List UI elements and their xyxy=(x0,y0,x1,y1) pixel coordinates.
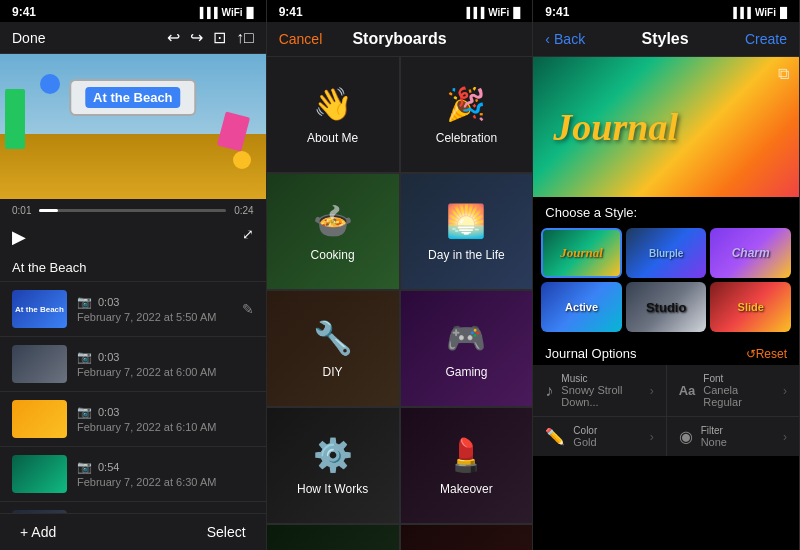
crop-icon[interactable]: ⊡ xyxy=(213,28,226,47)
list-item[interactable]: 📷 0:54 February 7, 2022 at 6:30 AM xyxy=(0,447,266,502)
storyboard-item-day-in-life[interactable]: 🌅 Day in the Life xyxy=(401,174,533,289)
cell-background: 🔧 DIY xyxy=(267,291,399,406)
redo-icon[interactable]: ↪ xyxy=(190,28,203,47)
cell-background: 🎮 Gaming xyxy=(401,291,533,406)
camera-icon: 📷 xyxy=(77,295,92,309)
storyboard-item-celebration[interactable]: 🎉 Celebration xyxy=(401,57,533,172)
status-icons-p2: ▐▐▐ WiFi █ xyxy=(463,7,520,18)
status-time-p3: 9:41 xyxy=(545,5,569,19)
battery-icon: █ xyxy=(247,7,254,18)
undo-icon[interactable]: ↩ xyxy=(167,28,180,47)
storyboard-item-cooking[interactable]: 🍲 Cooking xyxy=(267,174,399,289)
style-item-studio[interactable]: Studio xyxy=(626,282,707,332)
project-title: At the Beach xyxy=(0,254,266,282)
edit-icon[interactable]: ✎ xyxy=(242,301,254,317)
clip-date: February 7, 2022 at 6:00 AM xyxy=(77,366,254,378)
how-it-works-label: How It Works xyxy=(297,482,368,496)
styles-grid: Journal Blurple Charm Active Studio Slid… xyxy=(533,224,799,340)
preview-background: Journal ⧉ xyxy=(533,57,799,197)
about-me-label: About Me xyxy=(307,131,358,145)
preview-title: Journal xyxy=(553,105,678,149)
add-button[interactable]: + Add xyxy=(20,524,56,540)
font-key: Font xyxy=(703,373,775,384)
clip-info: 📷 0:54 February 7, 2022 at 6:30 AM xyxy=(77,460,254,488)
status-icons-p3: ▐▐▐ WiFi █ xyxy=(730,7,787,18)
storyboards-grid: 👋 About Me 🎉 Celebration 🍲 Cooking 🌅 Day… xyxy=(267,57,533,550)
timeline-scrubber[interactable] xyxy=(39,209,226,212)
video-decor-blue xyxy=(40,74,60,94)
style-item-journal[interactable]: Journal xyxy=(541,228,622,278)
style-item-slide[interactable]: Slide xyxy=(710,282,791,332)
list-item[interactable]: At the Beach 📷 0:03 February 7, 2022 at … xyxy=(0,282,266,337)
edit-header: Done ↩ ↪ ⊡ ↑□ xyxy=(0,22,266,54)
diy-icon: 🔧 xyxy=(313,319,353,357)
video-decor-green xyxy=(5,89,25,149)
clip-thumbnail: At the Beach xyxy=(12,290,67,328)
status-time-p1: 9:41 xyxy=(12,5,36,19)
storyboard-item-how-it-works[interactable]: ⚙️ How It Works xyxy=(267,408,399,523)
wifi-icon: WiFi xyxy=(755,7,776,18)
option-font[interactable]: Aa Font Canela Regular › xyxy=(667,365,799,416)
storyboard-item-film[interactable]: 🎬 Film xyxy=(401,525,533,550)
status-time-p2: 9:41 xyxy=(279,5,303,19)
clip-list: At the Beach 📷 0:03 February 7, 2022 at … xyxy=(0,282,266,513)
cooking-label: Cooking xyxy=(311,248,355,262)
color-value: Gold xyxy=(573,436,597,448)
chevron-right-icon: › xyxy=(783,430,787,444)
video-background: At the Beach xyxy=(0,54,266,199)
filter-info: Filter None xyxy=(701,425,727,448)
reset-button[interactable]: ↺Reset xyxy=(746,347,787,361)
option-color[interactable]: ✏️ Color Gold › xyxy=(533,417,665,456)
list-item[interactable]: 📷 xyxy=(0,502,266,513)
video-title-card: At the Beach xyxy=(69,79,196,116)
share-icon[interactable]: ↑□ xyxy=(236,29,254,47)
options-grid: ♪ Music Snowy Stroll Down... › Aa Font C… xyxy=(533,365,799,456)
music-key: Music xyxy=(561,373,641,384)
storyboards-title: Storyboards xyxy=(352,30,446,48)
option-music[interactable]: ♪ Music Snowy Stroll Down... › xyxy=(533,365,665,416)
clip-info: 📷 0:03 February 7, 2022 at 5:50 AM xyxy=(77,295,232,323)
makeover-label: Makeover xyxy=(440,482,493,496)
cell-background: 🎬 Film xyxy=(401,525,533,550)
time-end: 0:24 xyxy=(234,205,253,216)
back-button[interactable]: ‹ Back xyxy=(545,31,585,47)
font-info: Font Canela Regular xyxy=(703,373,775,408)
playback-bar: ▶ ⤢ xyxy=(0,222,266,254)
clip-thumbnail xyxy=(12,400,67,438)
wifi-icon: WiFi xyxy=(222,7,243,18)
color-key: Color xyxy=(573,425,597,436)
color-icon: ✏️ xyxy=(545,427,565,446)
clip-duration: 0:03 xyxy=(98,406,119,418)
list-item[interactable]: 📷 0:03 February 7, 2022 at 6:00 AM xyxy=(0,337,266,392)
choose-style-label: Choose a Style: xyxy=(533,197,799,224)
option-filter[interactable]: ◉ Filter None › xyxy=(667,417,799,456)
back-label: Back xyxy=(554,31,585,47)
expand-icon[interactable]: ⤢ xyxy=(242,226,254,248)
style-active-label: Active xyxy=(565,301,598,313)
status-bar-p2: 9:41 ▐▐▐ WiFi █ xyxy=(267,0,533,22)
storyboard-item-gaming[interactable]: 🎮 Gaming xyxy=(401,291,533,406)
style-item-active[interactable]: Active xyxy=(541,282,622,332)
clip-date: February 7, 2022 at 6:30 AM xyxy=(77,476,254,488)
create-button[interactable]: Create xyxy=(745,31,787,47)
style-item-blurple[interactable]: Blurple xyxy=(626,228,707,278)
storyboard-item-diy[interactable]: 🔧 DIY xyxy=(267,291,399,406)
cell-background: ⚙️ How It Works xyxy=(267,408,399,523)
thumb-label: At the Beach xyxy=(15,305,64,314)
signal-icon: ▐▐▐ xyxy=(730,7,751,18)
done-button[interactable]: Done xyxy=(12,30,45,46)
storyboard-item-about-me[interactable]: 👋 About Me xyxy=(267,57,399,172)
color-info: Color Gold xyxy=(573,425,597,448)
clip-date: February 7, 2022 at 6:10 AM xyxy=(77,421,254,433)
status-icons-p1: ▐▐▐ WiFi █ xyxy=(196,7,253,18)
select-button[interactable]: Select xyxy=(207,524,246,540)
styles-title: Styles xyxy=(641,30,688,48)
cell-background: 🎉 Celebration xyxy=(401,57,533,172)
storyboard-item-qa[interactable]: ❓ Q&A xyxy=(267,525,399,550)
cancel-button[interactable]: Cancel xyxy=(279,31,323,47)
gallery-icon[interactable]: ⧉ xyxy=(778,65,789,83)
play-button[interactable]: ▶ xyxy=(12,226,26,248)
storyboard-item-makeover[interactable]: 💄 Makeover xyxy=(401,408,533,523)
style-item-charm[interactable]: Charm xyxy=(710,228,791,278)
list-item[interactable]: 📷 0:03 February 7, 2022 at 6:10 AM xyxy=(0,392,266,447)
